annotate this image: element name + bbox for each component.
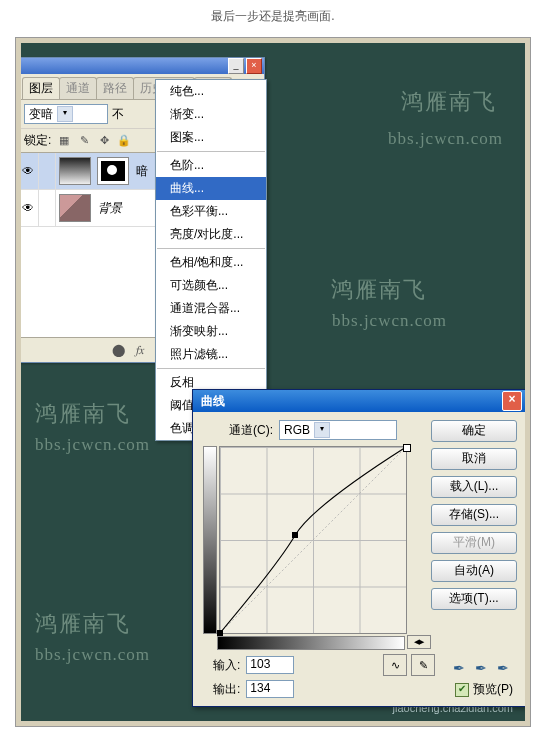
panel-titlebar[interactable]: _ ×: [21, 58, 264, 74]
editor-canvas: 鸿雁南飞 bbs.jcwcn.com 鸿雁南飞 bbs.jcwcn.com 鸿雁…: [21, 43, 525, 721]
chevron-down-icon: ▾: [57, 106, 73, 122]
menu-item-levels[interactable]: 色阶...: [156, 154, 266, 177]
smooth-button: 平滑(M): [431, 532, 517, 554]
watermark-title: 鸿雁南飞: [35, 399, 131, 429]
curves-dialog: 曲线 × 通道(C): RGB ▾: [192, 389, 525, 707]
input-gradient: [217, 636, 405, 650]
dialog-titlebar[interactable]: 曲线 ×: [193, 390, 525, 412]
opacity-label: 不: [112, 106, 124, 123]
save-button[interactable]: 存储(S)...: [431, 504, 517, 526]
menu-item-gradient-map[interactable]: 渐变映射...: [156, 320, 266, 343]
watermark-url: bbs.jcwcn.com: [35, 645, 150, 665]
preview-checkbox[interactable]: ✔: [455, 683, 469, 697]
close-button[interactable]: ×: [246, 58, 262, 74]
adjustment-dropdown: 纯色... 渐变... 图案... 色阶... 曲线... 色彩平衡... 亮度…: [155, 79, 267, 441]
preview-label: 预览(P): [473, 681, 513, 698]
pencil-tool-icon[interactable]: ✎: [411, 654, 435, 676]
menu-item-hue[interactable]: 色相/饱和度...: [156, 251, 266, 274]
watermark-url: bbs.jcwcn.com: [332, 311, 447, 331]
watermark-title: 鸿雁南飞: [35, 609, 131, 639]
input-value-field[interactable]: 103: [246, 656, 294, 674]
load-button[interactable]: 载入(L)...: [431, 476, 517, 498]
gray-dropper-icon[interactable]: ✒: [475, 660, 491, 676]
fx-icon[interactable]: 𝑓𝑥: [132, 342, 148, 358]
lock-transparency-icon[interactable]: ▦: [57, 134, 71, 148]
menu-item-photo-filter[interactable]: 照片滤镜...: [156, 343, 266, 366]
lock-label: 锁定:: [24, 132, 51, 149]
curve-editor[interactable]: [219, 446, 407, 634]
menu-item-curves[interactable]: 曲线...: [156, 177, 266, 200]
lock-all-icon[interactable]: 🔒: [117, 134, 131, 148]
tab-paths[interactable]: 路径: [96, 77, 134, 99]
curve-tool-icon[interactable]: ∿: [383, 654, 407, 676]
white-dropper-icon[interactable]: ✒: [497, 660, 513, 676]
visibility-icon[interactable]: 👁: [21, 190, 39, 226]
page-caption: 最后一步还是提亮画面.: [0, 0, 546, 37]
watermark-url: bbs.jcwcn.com: [35, 435, 150, 455]
cancel-button[interactable]: 取消: [431, 448, 517, 470]
channel-label: 通道(C):: [229, 422, 273, 439]
curve-point[interactable]: [403, 444, 411, 452]
svg-line-0: [220, 447, 406, 633]
black-dropper-icon[interactable]: ✒: [453, 660, 469, 676]
layer-thumb: [59, 157, 91, 185]
channel-select[interactable]: RGB ▾: [279, 420, 397, 440]
curve-point[interactable]: [292, 532, 298, 538]
chevron-down-icon: ▾: [314, 422, 330, 438]
watermark-title: 鸿雁南飞: [331, 275, 427, 305]
close-button[interactable]: ×: [502, 391, 522, 411]
gradient-flip-button[interactable]: ◀▶: [407, 635, 431, 649]
watermark-url: bbs.jcwcn.com: [388, 129, 503, 149]
auto-button[interactable]: 自动(A): [431, 560, 517, 582]
link-icon[interactable]: ⬤: [110, 342, 126, 358]
input-label: 输入:: [213, 657, 240, 674]
menu-item-solid[interactable]: 纯色...: [156, 80, 266, 103]
menu-item-selective[interactable]: 可选颜色...: [156, 274, 266, 297]
watermark-title: 鸿雁南飞: [401, 87, 497, 117]
menu-item-color-balance[interactable]: 色彩平衡...: [156, 200, 266, 223]
tab-channels[interactable]: 通道: [59, 77, 97, 99]
menu-item-gradient[interactable]: 渐变...: [156, 103, 266, 126]
menu-item-pattern[interactable]: 图案...: [156, 126, 266, 149]
tab-layers[interactable]: 图层: [22, 77, 60, 99]
layer-mask-thumb: [97, 157, 129, 185]
options-button[interactable]: 选项(T)...: [431, 588, 517, 610]
output-value-field[interactable]: 134: [246, 680, 294, 698]
curve-point[interactable]: [217, 630, 223, 636]
output-gradient: [203, 446, 217, 634]
lock-move-icon[interactable]: ✥: [97, 134, 111, 148]
blend-mode-select[interactable]: 变暗 ▾: [24, 104, 108, 124]
menu-item-channel-mixer[interactable]: 通道混合器...: [156, 297, 266, 320]
visibility-icon[interactable]: 👁: [21, 153, 39, 189]
minimize-button[interactable]: _: [228, 58, 244, 74]
image-frame: 鸿雁南飞 bbs.jcwcn.com 鸿雁南飞 bbs.jcwcn.com 鸿雁…: [15, 37, 531, 727]
layer-name[interactable]: 背景: [98, 200, 122, 217]
output-label: 输出:: [213, 681, 240, 698]
menu-separator: [157, 151, 265, 152]
layer-thumb: [59, 194, 91, 222]
menu-separator: [157, 248, 265, 249]
ok-button[interactable]: 确定: [431, 420, 517, 442]
menu-item-brightness[interactable]: 亮度/对比度...: [156, 223, 266, 246]
lock-brush-icon[interactable]: ✎: [77, 134, 91, 148]
layer-name[interactable]: 暗: [136, 163, 148, 180]
dialog-title: 曲线: [201, 393, 225, 410]
menu-separator: [157, 368, 265, 369]
